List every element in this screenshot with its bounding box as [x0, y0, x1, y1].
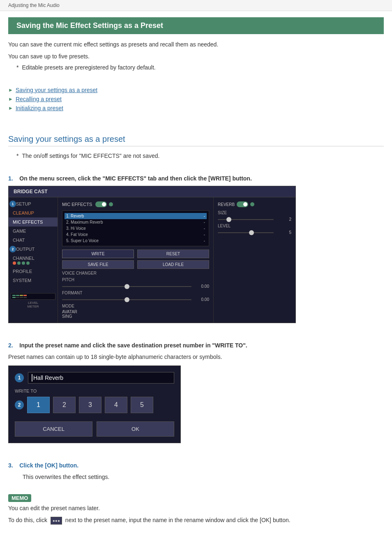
step-3-label: 3.	[8, 462, 13, 469]
bc-title: BRIDGE CAST	[9, 186, 295, 197]
name-input-container: 1 Hall Reverb	[15, 372, 174, 384]
formant-slider-track[interactable]	[62, 299, 191, 300]
bc-buttons-row-2: SAVE FILE LOAD FILE	[62, 260, 209, 269]
step-2: 2. Input the preset name and click the s…	[8, 342, 384, 443]
bc-right-panel: REVERB SIZE 2 LEVEL	[213, 197, 295, 323]
step-1: 1. On the menu screen, click the "MIC EF…	[8, 175, 384, 323]
intro-line-1: You can save the current mic effect sett…	[8, 40, 384, 49]
size-value: 2	[277, 217, 291, 222]
bridge-cast-ui: BRIDGE CAST 1 SETUP CLEANUP MIC EFFECTS …	[8, 186, 296, 323]
mode-avatar[interactable]: AVATAR	[62, 310, 209, 314]
mode-options: AVATAR SING	[62, 310, 209, 319]
reverb-header: REVERB	[218, 201, 291, 207]
preset-numbers-container: 2 1 2 3 4 5	[15, 397, 174, 413]
size-slider-track[interactable]	[218, 219, 274, 220]
sub-note-star: *	[16, 153, 18, 159]
link-item-1[interactable]: ► Saving your settings as a preset	[8, 87, 384, 93]
pitch-slider-track[interactable]	[62, 286, 191, 287]
pitch-value: 0.00	[195, 284, 209, 289]
step-3-text: Click the [OK] button.	[19, 462, 78, 469]
pitch-slider-thumb[interactable]	[125, 284, 129, 289]
arrow-icon-2: ►	[8, 96, 13, 102]
sidebar-channel[interactable]: CHANNEL	[9, 254, 58, 267]
preset-1[interactable]: 1. Reverb-	[65, 213, 207, 219]
write-button[interactable]: WRITE	[62, 250, 134, 258]
preset-2[interactable]: 2. Maximum Reverb-	[65, 219, 207, 225]
size-slider-row: 2	[218, 217, 291, 222]
edit-icon: ●●●	[51, 517, 62, 525]
level-label: LEVEL	[218, 224, 291, 228]
link-list: ► Saving your settings as a preset ► Rec…	[8, 87, 384, 111]
sidebar-setup[interactable]: 1 SETUP	[9, 199, 58, 208]
mic-effects-toggle[interactable]	[95, 201, 107, 207]
size-label: SIZE	[218, 210, 291, 215]
memo-line-2: To do this, click ●●● next to the preset…	[8, 516, 384, 525]
preset-5[interactable]: 5. Super Lo Voice-	[65, 238, 207, 244]
formant-slider-thumb[interactable]	[125, 297, 129, 302]
breadcrumb: Adjusting the Mic Audio	[0, 0, 392, 11]
mode-sing[interactable]: SING	[62, 314, 209, 319]
preset-btn-3[interactable]: 3	[79, 397, 101, 413]
formant-label: FORMANT	[62, 291, 209, 295]
memo-line-1: You can edit the preset names later.	[8, 504, 384, 513]
preset-3[interactable]: 3. Hi Voice-	[65, 225, 207, 231]
sidebar-output[interactable]: 2 OUTPUT	[9, 245, 58, 254]
arrow-icon-1: ►	[8, 87, 13, 93]
name-input-wrapper[interactable]: Hall Reverb	[28, 372, 174, 384]
step-1-text: On the menu screen, click the "MIC EFFEC…	[19, 175, 252, 182]
write-to-label: WRITE TO	[15, 388, 174, 393]
reverb-toggle[interactable]	[237, 201, 248, 207]
voice-changer-label: VOICE CHANGER	[62, 271, 209, 275]
arrow-icon-3: ►	[8, 105, 13, 111]
sidebar-system[interactable]: SYSTEM	[9, 276, 58, 285]
preset-btn-1[interactable]: 1	[27, 397, 50, 413]
dialog-body: 1 Hall Reverb WRITE TO 2 1 2 3 4 5	[9, 366, 180, 443]
sidebar-game[interactable]: GAME	[9, 227, 58, 236]
step-3-sub: This overwrites the effect settings.	[23, 473, 384, 481]
reset-button[interactable]: RESET	[137, 250, 209, 258]
link-saving[interactable]: Saving your settings as a preset	[16, 87, 97, 93]
preset-btn-5[interactable]: 5	[131, 397, 153, 413]
note-star: *	[16, 64, 18, 71]
reverb-status-dot	[250, 202, 254, 206]
pitch-label: PITCH	[62, 278, 209, 282]
sidebar-level-meter: LEVELMETER	[9, 291, 58, 310]
write-to-dialog: 1 Hall Reverb WRITE TO 2 1 2 3 4 5	[8, 365, 181, 443]
level-value: 5	[277, 230, 291, 235]
link-item-2[interactable]: ► Recalling a preset	[8, 96, 384, 102]
formant-slider-row: 0.00	[62, 297, 209, 302]
pitch-slider-row: 0.00	[62, 284, 209, 289]
sub-note: * The on/off settings for "MIC EFFECTS" …	[16, 153, 384, 159]
dialog-badge-2: 2	[15, 400, 24, 409]
note-1: * Editable presets are preregistered by …	[16, 64, 384, 71]
link-item-3[interactable]: ► Initializing a preset	[8, 105, 384, 111]
dialog-badge-1: 1	[15, 373, 24, 382]
sidebar-cleanup[interactable]: CLEANUP	[9, 208, 58, 217]
size-slider-thumb[interactable]	[226, 217, 231, 222]
link-recalling[interactable]: Recalling a preset	[16, 96, 62, 102]
load-file-button[interactable]: LOAD FILE	[137, 260, 209, 269]
bc-main: MIC EFFECTS 1. Reverb- 2. Maximum Reverb…	[58, 197, 213, 323]
link-initializing[interactable]: Initializing a preset	[16, 105, 63, 111]
level-slider-thumb[interactable]	[249, 230, 254, 235]
save-file-button[interactable]: SAVE FILE	[62, 260, 134, 269]
channel-dots	[13, 261, 53, 265]
level-slider-track[interactable]	[218, 232, 274, 233]
sidebar-profile[interactable]: PROFILE	[9, 267, 58, 276]
mode-label: MODE	[62, 304, 209, 308]
dialog-buttons: CANCEL OK	[15, 421, 174, 437]
memo-container: MEMO You can edit the preset names later…	[8, 494, 384, 525]
preset-name-value[interactable]: Hall Reverb	[33, 375, 63, 381]
step-1-label: 1.	[8, 175, 13, 182]
preset-btn-2[interactable]: 2	[53, 397, 76, 413]
sidebar-chat[interactable]: CHAT	[9, 236, 58, 245]
step-3-instruction: 3. Click the [OK] button.	[8, 462, 384, 469]
preset-4[interactable]: 4. Fat Voice-	[65, 231, 207, 238]
ok-button[interactable]: OK	[97, 421, 174, 437]
cancel-button[interactable]: CANCEL	[15, 421, 92, 437]
sidebar-mic-effects[interactable]: MIC EFFECTS	[9, 217, 58, 227]
preset-btn-4[interactable]: 4	[105, 397, 127, 413]
step-2-instruction: 2. Input the preset name and click the s…	[8, 342, 384, 349]
intro-line-2: You can save up to five presets.	[8, 52, 384, 61]
level-slider-row: 5	[218, 230, 291, 235]
